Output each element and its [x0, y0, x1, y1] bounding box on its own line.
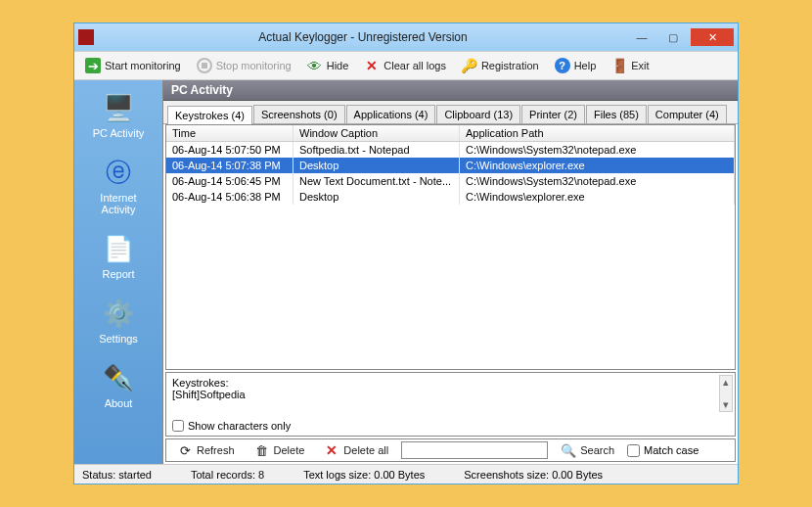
col-time[interactable]: Time: [166, 125, 293, 141]
search-input[interactable]: [401, 441, 548, 459]
stop-monitoring-button[interactable]: Stop monitoring: [190, 54, 298, 77]
ie-icon: ⓔ: [101, 155, 136, 190]
status-bar: Status: started Total records: 8 Text lo…: [74, 464, 738, 484]
start-monitoring-button[interactable]: ➔Start monitoring: [78, 54, 188, 77]
maximize-button[interactable]: ▢: [659, 28, 687, 46]
sidebar-item-pc-activity[interactable]: 🖥️PC Activity: [79, 86, 158, 143]
tab-printer[interactable]: Printer (2): [521, 105, 585, 123]
main-panel: PC Activity Keystrokes (4) Screenshots (…: [162, 80, 738, 464]
eye-icon: 👁: [307, 58, 323, 73]
table-row[interactable]: 06-Aug-14 5:06:45 PMNew Text Document.tx…: [166, 173, 735, 189]
x-icon: ✕: [364, 58, 380, 73]
tab-screenshots[interactable]: Screenshots (0): [253, 105, 345, 123]
table-row[interactable]: 06-Aug-14 5:07:50 PMSoftpedia.txt - Note…: [166, 142, 735, 158]
monitor-icon: 🖥️: [101, 90, 136, 125]
tab-clipboard[interactable]: Clipboard (13): [436, 105, 520, 123]
titlebar[interactable]: Actual Keylogger - Unregistered Version …: [74, 23, 738, 51]
table-row[interactable]: 06-Aug-14 5:06:38 PMDesktopC:\Windows\ex…: [166, 189, 735, 205]
status-textlogs: Text logs size: 0.00 Bytes: [303, 469, 425, 481]
tab-keystrokes[interactable]: Keystrokes (4): [167, 106, 252, 124]
refresh-button[interactable]: ⟳Refresh: [170, 438, 242, 462]
minimize-button[interactable]: —: [628, 28, 655, 46]
refresh-icon: ⟳: [177, 442, 193, 458]
sidebar-item-report[interactable]: 📄Report: [79, 227, 158, 284]
app-window: Actual Keylogger - Unregistered Version …: [73, 23, 739, 484]
table-row[interactable]: 06-Aug-14 5:07:38 PMDesktopC:\Windows\ex…: [166, 158, 735, 173]
report-icon: 📄: [101, 231, 136, 266]
tabbar: Keystrokes (4) Screenshots (0) Applicati…: [163, 101, 738, 124]
help-icon: ?: [555, 58, 570, 73]
hide-button[interactable]: 👁Hide: [300, 54, 356, 77]
keystrokes-label: Keystrokes:: [172, 377, 729, 389]
tab-files[interactable]: Files (85): [586, 105, 647, 123]
status-screenshots: Screenshots size: 0.00 Bytes: [464, 469, 603, 481]
show-chars-checkbox[interactable]: Show characters only: [172, 420, 729, 432]
detail-panel: Keystrokes: [Shift]Softpedia ▴▾ Show cha…: [165, 372, 736, 437]
play-icon: ➔: [85, 58, 101, 73]
exit-icon: 🚪: [611, 58, 627, 73]
app-icon: [78, 29, 94, 45]
delete-button[interactable]: 🗑Delete: [248, 438, 312, 462]
tab-computer[interactable]: Computer (4): [648, 105, 727, 123]
delete-all-button[interactable]: ✕Delete all: [317, 438, 395, 462]
match-case-checkbox[interactable]: Match case: [627, 444, 699, 457]
help-button[interactable]: ?Help: [548, 54, 604, 77]
binoculars-icon: 🔍: [561, 442, 576, 458]
exit-button[interactable]: 🚪Exit: [605, 54, 655, 77]
about-icon: ✒️: [101, 360, 136, 395]
stop-icon: [197, 58, 212, 73]
toolbar: ➔Start monitoring Stop monitoring 👁Hide …: [74, 51, 738, 80]
trash-icon: 🗑: [254, 442, 270, 458]
status-text: Status: started: [82, 469, 152, 481]
tab-applications[interactable]: Applications (4): [346, 105, 436, 123]
col-caption[interactable]: Window Caption: [293, 125, 460, 141]
col-path[interactable]: Application Path: [460, 125, 735, 141]
window-title: Actual Keylogger - Unregistered Version: [102, 30, 624, 44]
gear-icon: ⚙️: [101, 296, 136, 331]
action-bar: ⟳Refresh 🗑Delete ✕Delete all 🔍Search Mat…: [165, 438, 736, 462]
clear-logs-button[interactable]: ✕Clear all logs: [357, 54, 453, 77]
sidebar-item-settings[interactable]: ⚙️Settings: [79, 292, 158, 348]
status-total: Total records: 8: [191, 469, 264, 481]
table-header: Time Window Caption Application Path: [166, 125, 735, 142]
scrollbar[interactable]: ▴▾: [719, 375, 733, 412]
registration-button[interactable]: 🔑Registration: [455, 54, 546, 77]
search-button[interactable]: 🔍Search: [554, 438, 621, 462]
sidebar-item-internet-activity[interactable]: ⓔInternet Activity: [79, 151, 158, 219]
records-table[interactable]: Time Window Caption Application Path 06-…: [165, 124, 736, 370]
keystrokes-value: [Shift]Softpedia: [172, 389, 729, 400]
close-button[interactable]: ✕: [691, 28, 734, 46]
sidebar-item-about[interactable]: ✒️About: [79, 356, 158, 413]
sidebar: 🖥️PC Activity ⓔInternet Activity 📄Report…: [74, 80, 162, 464]
key-icon: 🔑: [462, 58, 477, 73]
x-icon: ✕: [324, 442, 339, 458]
panel-title: PC Activity: [163, 80, 738, 101]
